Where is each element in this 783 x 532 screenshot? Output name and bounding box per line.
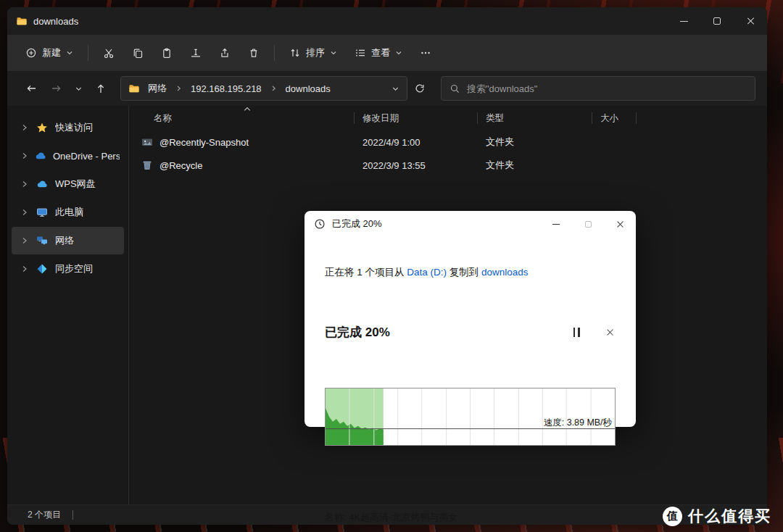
view-button[interactable]: 查看 (347, 41, 410, 65)
copy-details: 名称: 4K超高清-北京烤鸭与美女 剩余时间: 大约 3 分钟 剩余项目: 1 … (325, 484, 616, 525)
chevron-right-icon[interactable] (20, 151, 28, 160)
sidebar-item-wps-cloud[interactable]: WPS网盘 (12, 170, 124, 198)
search-input[interactable] (467, 83, 747, 94)
breadcrumb-current-folder[interactable]: downloads (283, 82, 334, 96)
breadcrumb-host[interactable]: 192.168.195.218 (188, 82, 265, 96)
explorer-window: downloads 新建 (7, 7, 767, 525)
search-icon (450, 83, 460, 94)
dialog-minimize-button[interactable] (540, 211, 572, 237)
refresh-button[interactable] (407, 76, 432, 101)
trash-icon (248, 47, 260, 59)
search-box[interactable] (441, 76, 755, 101)
copy-status-middle: 复制到 (447, 267, 481, 278)
cancel-copy-button[interactable] (606, 328, 614, 336)
titlebar: downloads (7, 7, 767, 35)
toolbar-divider (88, 45, 88, 61)
sidebar-item-network[interactable]: 网络 (12, 227, 124, 254)
column-header-label: 类型 (486, 112, 504, 125)
pause-button[interactable] (573, 328, 580, 337)
more-options-button[interactable] (412, 42, 439, 64)
cut-button[interactable] (95, 42, 123, 64)
window-title: downloads (33, 16, 78, 27)
chevron-right-icon[interactable] (20, 236, 29, 245)
sidebar-item-quick-access[interactable]: 快速访问 (12, 114, 124, 141)
recent-locations-button[interactable] (68, 76, 88, 101)
chevron-right-icon[interactable] (20, 123, 29, 132)
file-date: 2022/3/9 13:55 (354, 160, 477, 171)
column-header-name[interactable]: 名称 (154, 106, 354, 130)
sidebar-item-label: 快速访问 (55, 121, 93, 134)
column-header-date[interactable]: 修改日期 (354, 106, 477, 130)
chevron-down-icon (395, 49, 402, 57)
smzdm-logo: 值 (663, 507, 682, 526)
paste-button[interactable] (153, 42, 181, 64)
forward-button[interactable] (44, 76, 68, 101)
share-icon (219, 47, 231, 59)
column-header-size[interactable]: 大小 (592, 106, 637, 130)
dialog-close-button[interactable] (604, 211, 636, 237)
monitor-icon (36, 207, 49, 218)
table-row[interactable]: @Recently-Snapshot 2022/4/9 1:00 文件夹 (129, 130, 767, 154)
clock-icon (314, 218, 326, 230)
navigation-bar: 网络 192.168.195.218 downloads (7, 71, 767, 106)
new-button[interactable]: 新建 (17, 41, 81, 65)
table-row[interactable]: @Recycle 2022/3/9 13:55 文件夹 (129, 154, 767, 177)
chevron-right-icon[interactable] (20, 180, 29, 188)
file-type: 文件夹 (477, 159, 592, 172)
address-bar[interactable]: 网络 192.168.195.218 downloads (120, 76, 407, 101)
recycle-bin-icon (141, 159, 154, 171)
cloud-icon (35, 150, 46, 162)
copy-status-prefix: 正在将 1 个项目从 (325, 267, 407, 278)
clipboard-icon (161, 47, 173, 59)
close-button[interactable] (734, 7, 767, 35)
breadcrumb-separator-icon (270, 85, 278, 92)
column-header-type[interactable]: 类型 (477, 106, 592, 130)
sidebar-item-label: OneDrive - Personal (53, 151, 120, 162)
column-header-label: 大小 (600, 112, 618, 125)
dialog-window-controls (540, 211, 636, 237)
rename-icon (190, 47, 202, 59)
detail-name: 名称: 4K超高清-北京烤鸭与美女 (325, 511, 616, 525)
up-button[interactable] (88, 76, 113, 101)
star-icon (36, 122, 49, 133)
dialog-maximize-button[interactable] (572, 211, 604, 237)
progress-heading: 已完成 20% (325, 324, 390, 341)
breadcrumb-network[interactable]: 网络 (145, 80, 170, 96)
sidebar: 快速访问 OneDrive - Personal WPS网盘 此电脑 网络 (7, 106, 129, 504)
copy-destination-link[interactable]: downloads (481, 267, 529, 278)
delete-button[interactable] (240, 42, 268, 64)
breadcrumb-separator-icon (175, 85, 183, 92)
back-button[interactable] (19, 76, 44, 101)
sync-space-icon (36, 263, 49, 275)
chevron-right-icon[interactable] (20, 265, 29, 273)
scissors-icon (103, 47, 115, 59)
rename-button[interactable] (182, 42, 210, 64)
copy-button[interactable] (124, 42, 152, 64)
sidebar-item-sync-space[interactable]: 同步空间 (12, 255, 124, 283)
copy-source-link[interactable]: Data (D:) (407, 267, 447, 278)
dialog-body: 正在将 1 个项目从 Data (D:) 复制到 downloads 已完成 2… (304, 237, 636, 525)
dialog-titlebar: 已完成 20% (304, 211, 636, 237)
folder-icon (128, 83, 140, 94)
snapshot-folder-icon (141, 136, 154, 148)
sidebar-item-label: 网络 (55, 234, 74, 247)
address-dropdown-chevron-icon[interactable] (392, 85, 399, 93)
plus-circle-icon (25, 47, 37, 59)
sidebar-item-this-pc[interactable]: 此电脑 (12, 199, 124, 226)
speed-label: 速度: 3.89 MB/秒 (544, 417, 613, 428)
item-count: 2 个项目 (28, 509, 61, 521)
list-column-headers: 名称 修改日期 类型 大小 (129, 106, 767, 130)
minimize-button[interactable] (667, 7, 700, 35)
maximize-button[interactable] (700, 7, 734, 35)
smzdm-brand-text: 什么值得买 (688, 506, 771, 526)
ellipsis-icon (420, 47, 431, 59)
file-name: @Recently-Snapshot (160, 137, 249, 148)
chevron-right-icon[interactable] (20, 208, 29, 217)
copy-progress-dialog: 已完成 20% 正在将 1 个项目从 Data (D:) 复制到 downloa… (304, 211, 636, 427)
sort-button[interactable]: 排序 (281, 41, 345, 65)
sidebar-item-onedrive[interactable]: OneDrive - Personal (12, 142, 124, 170)
close-icon (746, 17, 755, 25)
progress-heading-row: 已完成 20% (325, 324, 616, 341)
share-button[interactable] (211, 42, 239, 64)
sidebar-item-label: 此电脑 (55, 206, 83, 219)
